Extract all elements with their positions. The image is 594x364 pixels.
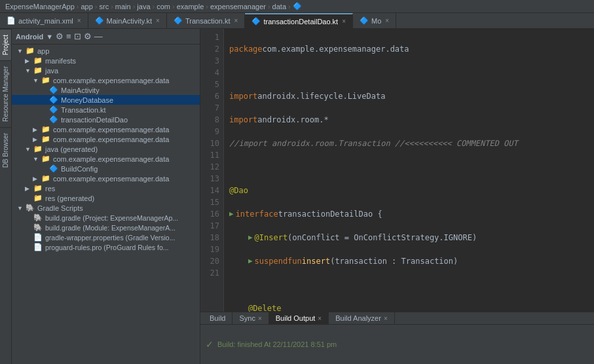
tab-icon-mo: 🔷 [360, 16, 369, 25]
panel-icon-settings[interactable]: ⚙ [56, 31, 64, 41]
bottom-tab-build-output[interactable]: Build Output × [269, 312, 329, 324]
tree-item-manifests[interactable]: ▶ 📁 manifests [12, 56, 200, 65]
code-content[interactable]: package com.example.expensemanager.data … [224, 29, 594, 312]
run-gutter-icon-10[interactable]: ▶ [248, 255, 253, 267]
breadcrumb-item-5[interactable]: com [157, 3, 170, 10]
panel-dropdown-icon[interactable]: ▼ [46, 33, 53, 41]
tree-label-java: java [45, 67, 58, 75]
tab-transaction[interactable]: 🔷 Transaction.kt × [167, 13, 246, 28]
tree-item-mainactivity[interactable]: 🔷 MainActivity [12, 85, 200, 95]
bottom-tab-close-sync[interactable]: × [258, 315, 262, 322]
kotlin-icon-moneydatabase: 🔷 [49, 96, 58, 104]
breadcrumb-item-1[interactable]: app [81, 3, 92, 10]
sidebar-tab-resource-manager[interactable]: Resource Manager [0, 60, 11, 127]
bottom-tab-label-build-analyzer: Build Analyzer [335, 314, 381, 322]
tree-label-res-generated: res (generated) [45, 194, 94, 202]
tree-item-package-gen[interactable]: ▼ 📁 com.example.expensemanager.data [12, 154, 200, 164]
tree-item-buildconfig[interactable]: 🔷 BuildConfig [12, 164, 200, 173]
code-line-2 [229, 67, 589, 79]
bottom-tab-build[interactable]: Build [203, 312, 232, 324]
tree-arrow-package-3: ▶ [33, 136, 39, 143]
tab-close-mo[interactable]: × [385, 17, 389, 24]
tree-arrow-proguard [25, 244, 31, 251]
breadcrumb-item-7[interactable]: expensemanager [210, 3, 266, 10]
tab-close-mainactivity[interactable]: × [156, 17, 160, 24]
code-line-10: ▶suspend fun insert(transaction : Transa… [229, 255, 589, 267]
tree-label-transactiondetaildao: transactionDetailDao [61, 116, 128, 124]
tree-item-java-generated[interactable]: ▼ 📁 java (generated) [12, 144, 200, 154]
tree-label-build-gradle-project: build.gradle (Project: ExpenseManagerAp.… [45, 214, 178, 222]
bottom-tab-close-build-output[interactable]: × [318, 315, 322, 322]
bottom-tab-sync[interactable]: Sync × [232, 312, 269, 324]
tab-close-transaction[interactable]: × [234, 17, 238, 24]
folder-icon-app: 📁 [26, 46, 35, 55]
bottom-tab-label-sync: Sync [239, 314, 255, 322]
package-icon-2: 📁 [41, 125, 50, 134]
tree-item-res-generated[interactable]: 📁 res (generated) [12, 193, 200, 203]
breadcrumb-item-2[interactable]: src [100, 3, 109, 10]
tree-item-package-main[interactable]: ▼ 📁 com.example.expensemanager.data [12, 75, 200, 85]
tree-label-transaction-kt: Transaction.kt [61, 106, 106, 114]
tree-label-java-generated: java (generated) [45, 145, 98, 153]
folder-icon-res: 📁 [33, 184, 43, 192]
tab-mainactivity[interactable]: 🔷 MainActivity.kt × [88, 13, 167, 28]
tree-item-build-gradle-module[interactable]: 🐘 build.gradle (Module: ExpenseManagerA.… [12, 223, 200, 232]
sidebar-tab-project[interactable]: Project [0, 29, 11, 60]
kotlin-icon-mainactivity: 🔷 [49, 86, 58, 94]
run-gutter-icon-9[interactable]: ▶ [248, 232, 253, 244]
tree-label-buildconfig: BuildConfig [61, 165, 98, 173]
code-line-12: @Delete [229, 302, 589, 312]
tab-transactionDetailDao[interactable]: 🔷 transactionDetailDao.kt × [245, 13, 353, 28]
tree-item-transactiondetaildao[interactable]: 🔷 transactionDetailDao [12, 115, 200, 124]
breadcrumb-item-6[interactable]: example [177, 3, 204, 10]
tab-label-transaction: Transaction.kt [185, 17, 231, 25]
tree-area: ▼ 📁 app ▶ 📁 manifests ▼ 📁 java [12, 45, 200, 364]
breadcrumb-item-3[interactable]: main [115, 3, 131, 10]
tree-item-java[interactable]: ▼ 📁 java [12, 65, 200, 75]
bottom-tab-build-analyzer[interactable]: Build Analyzer × [329, 312, 395, 324]
tree-item-proguard[interactable]: 📄 proguard-rules.pro (ProGuard Rules fo.… [12, 242, 200, 252]
tree-item-package-3[interactable]: ▶ 📁 com.example.expensemanager.data [12, 134, 200, 144]
tree-arrow-package-2: ▶ [33, 126, 39, 133]
breadcrumb-item-8[interactable]: data [272, 3, 286, 10]
line-numbers: 12345 678910 1112131415 1617181920 21 [200, 29, 224, 312]
tab-activity-main[interactable]: 📄 activity_main.xml × [0, 13, 88, 28]
panel-icon-minimize[interactable]: — [94, 31, 103, 41]
sidebar-tab-db-browser[interactable]: DB Browser [0, 127, 11, 173]
tab-icon-activity-main: 📄 [7, 16, 16, 25]
tab-mo[interactable]: 🔷 Mo × [353, 13, 396, 28]
bottom-tab-close-build-analyzer[interactable]: × [384, 315, 388, 322]
tree-item-build-gradle-project[interactable]: 🐘 build.gradle (Project: ExpenseManagerA… [12, 213, 200, 223]
editor-area: 12345 678910 1112131415 1617181920 21 pa… [200, 29, 594, 364]
code-area[interactable]: 12345 678910 1112131415 1617181920 21 pa… [200, 29, 594, 312]
project-panel: Android ▼ ⚙ ≡ ⊡ ⚙ — ▼ 📁 app [12, 29, 200, 364]
kotlin-icon-transaction: 🔷 [49, 105, 58, 114]
editor-tab-bar: 📄 activity_main.xml × 🔷 MainActivity.kt … [0, 13, 594, 29]
tree-item-package-2[interactable]: ▶ 📁 com.example.expensemanager.data [12, 124, 200, 134]
panel-icon-expand[interactable]: ⊡ [74, 31, 81, 41]
package-icon-gen2: 📁 [41, 174, 50, 183]
tree-item-gradle-wrapper[interactable]: 📄 gradle-wrapper.properties (Gradle Vers… [12, 232, 200, 242]
tree-item-package-gen2[interactable]: ▶ 📁 com.example.expensemanager.data [12, 173, 200, 183]
tree-item-res[interactable]: ▶ 📁 res [12, 183, 200, 193]
code-line-1: package com.example.expensemanager.data [229, 43, 589, 55]
run-gutter-icon[interactable]: ▶ [229, 208, 234, 220]
tab-close-transactionDetailDao[interactable]: × [342, 18, 346, 25]
breadcrumb-item-4[interactable]: java [137, 3, 150, 10]
tree-arrow-res-generated [25, 195, 31, 202]
tree-item-transaction-kt[interactable]: 🔷 Transaction.kt [12, 105, 200, 115]
breadcrumb-item-0[interactable]: ExpenseManagerApp [5, 3, 75, 10]
tree-item-app[interactable]: ▼ 📁 app [12, 46, 200, 56]
tree-arrow-mainactivity [41, 87, 47, 94]
tree-label-gradle-scripts: Gradle Scripts [37, 204, 83, 212]
panel-icon-gear[interactable]: ⚙ [84, 31, 92, 41]
tree-arrow-app: ▼ [17, 48, 24, 54]
code-line-11 [229, 279, 589, 291]
tree-arrow-res: ▶ [25, 185, 31, 192]
build-success-icon: ✓ [206, 339, 213, 350]
tree-item-gradle-scripts[interactable]: ▼ 🐘 Gradle Scripts [12, 203, 200, 213]
bottom-tab-label-build-output: Build Output [276, 314, 316, 322]
tab-close-activity-main[interactable]: × [77, 17, 81, 24]
panel-icon-collapse[interactable]: ≡ [66, 31, 71, 41]
tree-item-moneydatabase[interactable]: 🔷 MoneyDatabase [12, 95, 200, 105]
